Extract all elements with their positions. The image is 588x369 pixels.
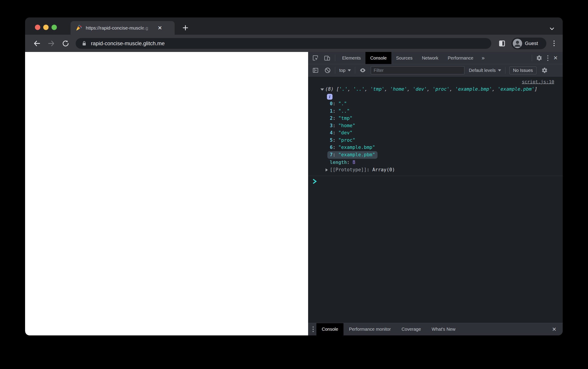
back-button[interactable] — [33, 39, 41, 48]
drawer-tab-console[interactable]: Console — [316, 323, 344, 335]
drawer-menu-button[interactable] — [310, 327, 316, 332]
array-preview: (8)['.', '..', 'tmp', 'home', 'dev', 'pr… — [308, 85, 563, 93]
clear-console-button[interactable] — [324, 67, 331, 74]
console-sidebar-button[interactable] — [312, 67, 319, 74]
tab-title: https://rapid-concise-muscle.g — [86, 25, 153, 31]
array-entry-highlighted: 7: "example.pbm" — [308, 151, 563, 159]
devtools-settings-button[interactable] — [534, 55, 545, 61]
clear-icon — [324, 67, 331, 74]
source-link[interactable]: script.js:10 — [522, 79, 554, 84]
gear-icon — [541, 67, 548, 73]
console-prompt[interactable] — [308, 176, 563, 185]
filter-input[interactable] — [371, 66, 464, 74]
devtools-panel: Elements Console Sources Network Perform… — [308, 52, 563, 335]
array-entry: 2: "tmp" — [308, 115, 563, 122]
lock-icon — [81, 41, 87, 46]
devtools-tabbar: Elements Console Sources Network Perform… — [308, 52, 563, 64]
prototype-row: [[Prototype]]: Array(0) — [308, 166, 563, 174]
browser-tab[interactable]: https://rapid-concise-muscle.g ✕ — [71, 21, 175, 35]
arrow-right-icon — [47, 39, 55, 48]
tab-network[interactable]: Network — [417, 52, 443, 64]
drawer-tab-coverage[interactable]: Coverage — [396, 323, 426, 335]
array-length-row: length: 8 — [308, 159, 563, 166]
eye-icon — [359, 67, 366, 74]
info-badge-row: i — [308, 93, 563, 100]
devtools-menu-button[interactable] — [545, 55, 551, 61]
live-expression-button[interactable] — [359, 67, 366, 74]
array-entry: 0: "." — [308, 100, 563, 107]
drawer-tab-whats-new[interactable]: What's New — [426, 323, 461, 335]
issues-counter[interactable]: No Issues — [509, 66, 537, 74]
reload-button[interactable] — [61, 39, 70, 48]
inspect-cursor-icon — [312, 55, 319, 61]
caret-down-icon — [348, 69, 351, 72]
address-bar[interactable]: rapid-concise-muscle.glitch.me — [76, 38, 491, 49]
tab-close-icon[interactable]: ✕ — [156, 24, 164, 32]
chevron-down-icon — [549, 26, 555, 31]
tab-sources[interactable]: Sources — [391, 52, 417, 64]
reload-icon — [62, 40, 70, 47]
expand-triangle-icon[interactable] — [325, 168, 328, 172]
prompt-chevron-icon — [313, 179, 317, 184]
console-settings-button[interactable] — [541, 67, 548, 73]
browser-window: https://rapid-concise-muscle.g ✕ — [25, 18, 563, 335]
inspect-element-button[interactable] — [312, 55, 319, 61]
browser-toolbar: rapid-concise-muscle.glitch.me Guest — [25, 35, 563, 52]
device-toolbar-button[interactable] — [324, 55, 331, 61]
devtools-close-button[interactable]: ✕ — [551, 55, 560, 61]
new-tab-button[interactable] — [179, 21, 192, 34]
url-text: rapid-concise-muscle.glitch.me — [91, 40, 165, 47]
array-entry: 4: "dev" — [308, 129, 563, 137]
array-entry: 5: "proc" — [308, 137, 563, 144]
profile-button[interactable]: Guest — [511, 38, 546, 49]
log-levels-label: Default levels — [469, 68, 496, 73]
side-panel-icon — [498, 40, 506, 47]
page-viewport — [25, 52, 308, 335]
array-entry: 1: ".." — [308, 107, 563, 115]
side-panel-button[interactable] — [497, 39, 507, 48]
avatar-icon — [513, 39, 522, 48]
more-panels-button[interactable]: » — [478, 55, 488, 61]
caret-down-icon — [498, 69, 501, 72]
context-selector[interactable]: top — [339, 68, 351, 73]
log-levels-selector[interactable]: Default levels — [469, 68, 501, 73]
tab-console[interactable]: Console — [365, 52, 391, 64]
forward-button[interactable] — [47, 39, 56, 48]
minimize-window-button[interactable] — [43, 25, 49, 30]
close-window-button[interactable] — [35, 25, 40, 30]
fullscreen-window-button[interactable] — [51, 25, 57, 30]
context-label: top — [339, 68, 345, 73]
devtools-drawer: Console Performance monitor Coverage Wha… — [308, 323, 563, 335]
browser-menu-button[interactable] — [552, 39, 557, 48]
tab-search-button[interactable] — [548, 26, 556, 32]
tab-performance[interactable]: Performance — [443, 52, 478, 64]
plus-icon — [182, 24, 189, 31]
gear-icon — [536, 55, 542, 61]
console-toolbar: top Default levels No Issues — [308, 64, 563, 77]
console-sidebar-icon — [312, 67, 319, 74]
collapse-triangle-icon[interactable] — [320, 88, 324, 91]
console-message-source: script.js:10 — [308, 79, 563, 85]
device-toolbar-icon — [324, 55, 331, 61]
info-icon[interactable]: i — [327, 94, 333, 100]
array-entry: 3: "home" — [308, 122, 563, 129]
window-controls — [35, 25, 57, 30]
array-entry: 6: "example.bmp" — [308, 144, 563, 151]
party-popper-icon — [75, 25, 82, 31]
drawer-close-button[interactable]: ✕ — [550, 326, 559, 332]
profile-label: Guest — [525, 41, 538, 46]
tab-strip: https://rapid-concise-muscle.g ✕ — [25, 18, 563, 35]
console-output: script.js:10 (8)['.', '..', 'tmp', 'home… — [308, 77, 563, 323]
drawer-tab-performance-monitor[interactable]: Performance monitor — [344, 323, 396, 335]
tab-elements[interactable]: Elements — [337, 52, 365, 64]
arrow-left-icon — [33, 39, 41, 48]
